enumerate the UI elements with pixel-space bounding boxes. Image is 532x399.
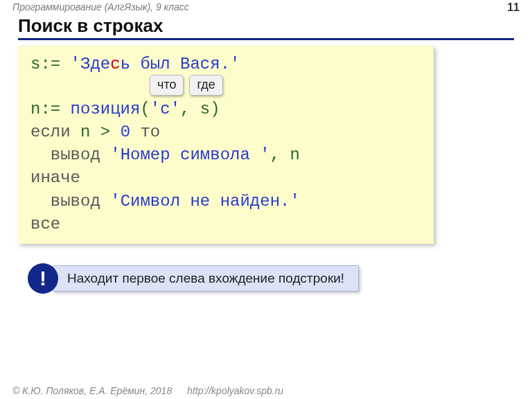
code-text: с bbox=[110, 55, 120, 73]
code-line-3: если n > 0 то bbox=[30, 121, 421, 143]
code-line-2: n:= позиция('с', s) bbox=[30, 98, 421, 121]
code-text: ь был Вася.' bbox=[121, 55, 240, 73]
code-text: n > bbox=[71, 123, 121, 141]
note-text: Находит первое слева вхождение подстроки… bbox=[53, 265, 359, 292]
code-text: 'с' bbox=[150, 100, 180, 118]
footer-bar: © К.Ю. Поляков, Е.А. Ерёмин, 2018 http:/… bbox=[12, 385, 283, 396]
footer-url: http://kpolyakov.spb.ru bbox=[187, 385, 283, 396]
code-text bbox=[30, 145, 51, 164]
header-bar: Программирование (АлгЯзык), 9 класс 11 bbox=[0, 0, 532, 14]
code-line-7: все bbox=[30, 213, 421, 236]
code-text bbox=[100, 192, 110, 211]
exclamation-icon: ! bbox=[28, 263, 58, 294]
code-text: иначе bbox=[30, 168, 80, 187]
code-text: все bbox=[30, 215, 60, 233]
footer-copyright: © К.Ю. Поляков, Е.А. Ерёмин, 2018 bbox=[12, 385, 172, 396]
title-block: Поиск в строках bbox=[0, 14, 532, 40]
code-text: 0 bbox=[121, 123, 130, 141]
note-row: ! Находит первое слева вхождение подстро… bbox=[28, 263, 532, 294]
code-text: то bbox=[140, 123, 160, 141]
page-title: Поиск в строках bbox=[18, 15, 514, 40]
tag-what: что bbox=[150, 75, 184, 96]
code-text: вывод bbox=[51, 145, 100, 164]
course-label: Программирование (АлгЯзык), 9 класс bbox=[12, 1, 189, 14]
page-number: 11 bbox=[507, 1, 520, 14]
code-text: 'Номер символа ' bbox=[110, 145, 269, 164]
code-line-6: вывод 'Символ не найден.' bbox=[30, 190, 421, 213]
code-text bbox=[100, 145, 110, 164]
code-text: 'Символ не найден.' bbox=[110, 192, 300, 211]
code-line-5: иначе bbox=[30, 166, 421, 189]
tag-where: где bbox=[189, 75, 222, 96]
code-text: , n bbox=[270, 145, 300, 164]
code-text: ( bbox=[140, 100, 150, 118]
code-text: если bbox=[30, 123, 71, 141]
code-text bbox=[130, 123, 140, 141]
code-text: 'Зде bbox=[71, 55, 111, 73]
code-text: n:= bbox=[30, 100, 71, 118]
code-text: вывод bbox=[51, 192, 100, 211]
code-line-1: s:= 'Здесь был Вася.' bbox=[30, 53, 421, 76]
code-text: , s) bbox=[180, 100, 220, 118]
tags-row: что где bbox=[150, 75, 223, 96]
code-text bbox=[30, 192, 51, 211]
code-box: s:= 'Здесь был Вася.' n:= позиция('с', s… bbox=[18, 46, 434, 244]
code-text: s:= bbox=[30, 55, 71, 73]
spacer bbox=[30, 76, 421, 98]
code-text: позиция bbox=[71, 100, 141, 118]
code-line-4: вывод 'Номер символа ', n bbox=[30, 143, 421, 166]
